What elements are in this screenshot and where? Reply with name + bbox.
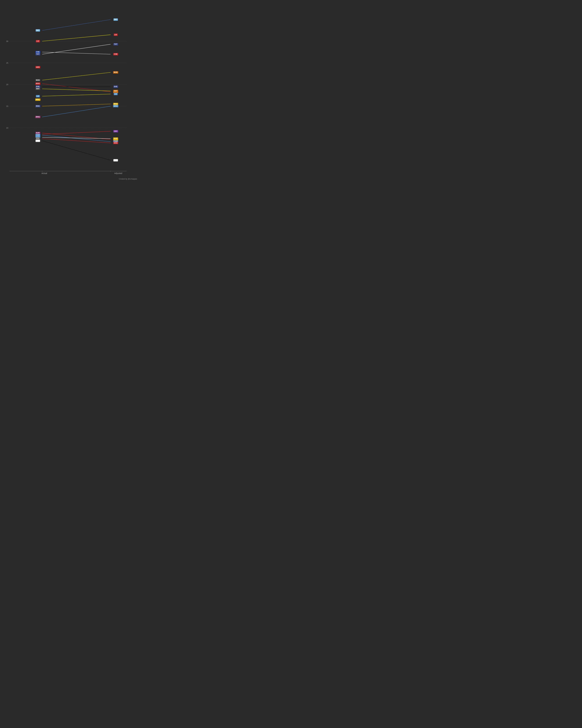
credit-text: Created by @cchappas — [119, 178, 137, 180]
x-label-actual: Actual — [41, 172, 47, 175]
x-label-adjusted: Adjusted — [114, 172, 122, 175]
